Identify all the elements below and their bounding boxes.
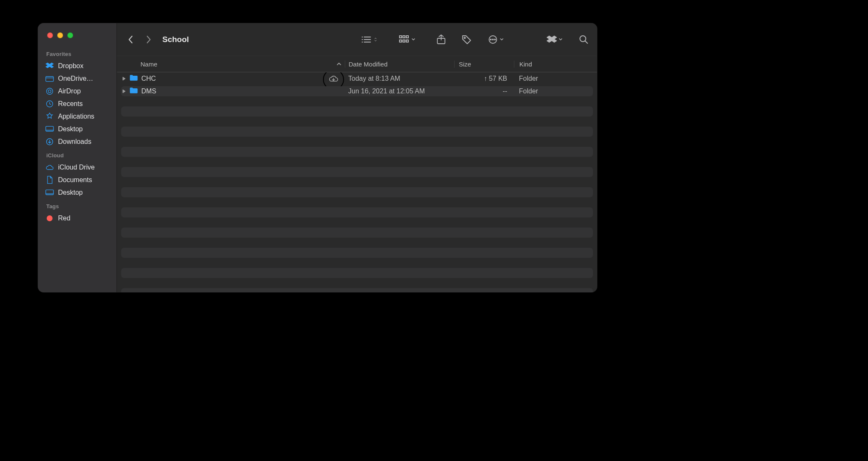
airdrop-icon (45, 87, 54, 95)
row-stripes (117, 72, 597, 292)
file-row[interactable]: DMS Jun 16, 2021 at 12:05 AM -- Folder (117, 85, 597, 98)
folder-icon (130, 74, 138, 83)
sidebar-item-desktop-icloud[interactable]: Desktop (38, 186, 116, 199)
sidebar-item-dropbox[interactable]: Dropbox (38, 60, 116, 72)
downloads-icon (45, 138, 54, 146)
sidebar-item-icloud-drive[interactable]: iCloud Drive (38, 161, 116, 174)
finder-window: Favorites Dropbox OneDrive… AirDrop Rece… (38, 23, 597, 292)
desktop-icon (45, 125, 54, 133)
close-button[interactable] (47, 32, 53, 38)
sidebar-item-airdrop[interactable]: AirDrop (38, 85, 116, 98)
file-kind: Folder (514, 75, 597, 82)
file-name: CHC (141, 75, 156, 82)
sidebar-item-recents[interactable]: Recents (38, 98, 116, 110)
file-row[interactable]: CHC Today at 8:13 AM ↑57 KB Folder (117, 72, 597, 85)
search-button[interactable] (579, 34, 589, 45)
applications-icon (45, 112, 54, 121)
zoom-button[interactable] (67, 32, 73, 38)
dropbox-menu-button[interactable] (547, 35, 563, 44)
sidebar-item-onedrive[interactable]: OneDrive… (38, 72, 116, 85)
main-pane: School (117, 23, 597, 292)
svg-point-2 (48, 90, 51, 93)
folder-icon (45, 74, 54, 83)
recents-icon (45, 100, 54, 108)
traffic-lights (38, 32, 116, 47)
tags-button[interactable] (462, 34, 472, 45)
svg-rect-8 (403, 36, 405, 38)
column-header-name[interactable]: Name (117, 61, 345, 68)
svg-rect-11 (403, 40, 405, 42)
svg-rect-9 (406, 36, 408, 38)
sidebar-item-label: Applications (58, 113, 94, 120)
sidebar-item-label: Downloads (58, 138, 91, 146)
sidebar-item-label: Documents (58, 176, 92, 184)
sidebar-item-label: AirDrop (58, 87, 81, 95)
back-button[interactable] (124, 33, 137, 46)
column-header-modified[interactable]: Date Modified (345, 61, 454, 68)
sidebar-item-desktop[interactable]: Desktop (38, 123, 116, 135)
toolbar: School (117, 23, 597, 56)
tag-dot-icon (45, 214, 54, 223)
svg-rect-12 (406, 40, 408, 42)
file-name: DMS (141, 87, 156, 95)
forward-button[interactable] (142, 33, 155, 46)
column-headers: Name Date Modified Size Kind (117, 56, 597, 72)
file-modified: Today at 8:13 AM (345, 75, 454, 82)
share-button[interactable] (437, 34, 446, 45)
svg-rect-0 (46, 77, 53, 82)
svg-point-1 (47, 88, 53, 95)
svg-point-18 (495, 39, 495, 40)
file-size: ↑57 KB (454, 75, 514, 82)
upload-indicator-icon: ↑ (484, 75, 487, 82)
view-mode-button[interactable] (361, 35, 378, 44)
sidebar-item-tag-red[interactable]: Red (38, 212, 116, 225)
disclosure-triangle-icon[interactable] (122, 87, 126, 95)
actions-button[interactable] (488, 34, 504, 45)
svg-point-17 (492, 39, 493, 40)
svg-point-16 (490, 39, 491, 40)
svg-rect-4 (46, 126, 53, 131)
file-list: CHC Today at 8:13 AM ↑57 KB Folder DMS (117, 72, 597, 292)
sidebar-item-label: Desktop (58, 189, 83, 196)
sidebar-item-applications[interactable]: Applications (38, 110, 116, 123)
disclosure-triangle-icon[interactable] (122, 75, 126, 82)
sidebar-item-downloads[interactable]: Downloads (38, 135, 116, 148)
sidebar-item-label: Dropbox (58, 62, 83, 70)
documents-icon (45, 176, 54, 184)
sidebar-item-label: Red (58, 215, 70, 222)
window-title: School (162, 35, 189, 44)
file-size: -- (454, 87, 514, 95)
svg-rect-6 (46, 190, 53, 195)
sidebar: Favorites Dropbox OneDrive… AirDrop Rece… (38, 23, 117, 292)
desktop-icon (45, 188, 54, 197)
sidebar-item-label: iCloud Drive (58, 164, 95, 171)
sidebar-section-title: iCloud (38, 148, 116, 161)
minimize-button[interactable] (57, 32, 63, 38)
cloud-icon (45, 163, 54, 172)
dropbox-icon (45, 62, 54, 70)
svg-rect-7 (400, 36, 402, 38)
sidebar-item-label: Desktop (58, 125, 83, 133)
svg-rect-10 (400, 40, 402, 42)
svg-point-14 (464, 37, 465, 38)
sidebar-section-title: Favorites (38, 47, 116, 60)
column-header-size[interactable]: Size (454, 61, 514, 68)
sidebar-section-title: Tags (38, 199, 116, 212)
sidebar-item-documents[interactable]: Documents (38, 174, 116, 186)
sort-ascending-icon (336, 61, 341, 68)
sidebar-item-label: OneDrive… (58, 75, 93, 82)
file-modified: Jun 16, 2021 at 12:05 AM (345, 87, 454, 95)
folder-icon (130, 87, 138, 95)
column-header-kind[interactable]: Kind (514, 61, 597, 68)
group-by-button[interactable] (399, 35, 415, 44)
file-kind: Folder (514, 87, 597, 95)
sidebar-item-label: Recents (58, 100, 83, 108)
